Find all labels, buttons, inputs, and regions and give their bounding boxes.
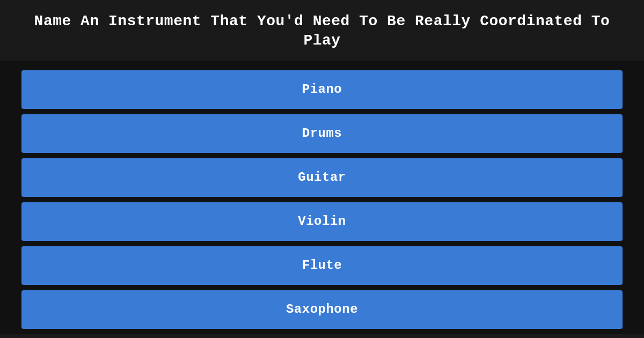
answer-label-5: Flute [302,258,342,273]
answer-row-4[interactable]: Violin [21,202,623,241]
answer-row-5[interactable]: Flute [21,246,623,285]
question-title: Name An Instrument That You'd Need To Be… [21,12,623,51]
footer: www.familyfeudfriends.com [0,334,644,338]
header: Name An Instrument That You'd Need To Be… [0,0,644,61]
answer-row-2[interactable]: Drums [21,114,623,153]
answer-row-3[interactable]: Guitar [21,158,623,197]
answer-row-6[interactable]: Saxophone [21,290,623,329]
answer-label-2: Drums [302,126,342,141]
answer-row-1[interactable]: Piano [21,70,623,109]
answers-container: Piano Drums Guitar Violin Flute Saxophon… [0,61,644,334]
answer-label-6: Saxophone [286,302,358,317]
answer-label-3: Guitar [298,170,346,185]
answer-label-4: Violin [298,214,346,229]
answer-label-1: Piano [302,82,342,97]
